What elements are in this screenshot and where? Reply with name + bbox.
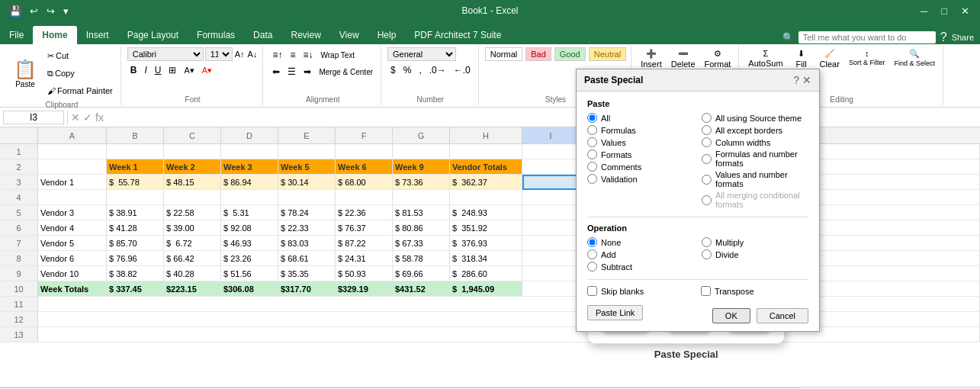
cell-e1[interactable] [278, 144, 336, 159]
cell-d8[interactable]: $ 23.26 [221, 251, 278, 266]
enter-formula-icon[interactable]: ✓ [83, 111, 92, 124]
paste-validation-radio[interactable] [587, 174, 597, 184]
tab-file[interactable]: File [0, 26, 33, 44]
currency-button[interactable]: $ [387, 63, 399, 78]
cell-a6[interactable]: Vendor 4 [38, 220, 107, 236]
cell-b4[interactable] [107, 190, 164, 205]
paste-comments-radio[interactable] [587, 162, 597, 172]
cell-g9[interactable]: $ 69.66 [393, 266, 450, 281]
ok-button[interactable]: OK [712, 308, 750, 323]
clear-button[interactable]: 🧹 Clear [817, 47, 843, 70]
row-num-5[interactable]: 5 [0, 205, 38, 220]
paste-values-number-option[interactable]: Values and number formats [702, 170, 808, 188]
tab-help[interactable]: Help [368, 26, 406, 44]
align-left-button[interactable]: ⬅ [269, 64, 283, 79]
paste-comments-option[interactable]: Comments [587, 162, 694, 172]
help-button[interactable]: ? [940, 31, 947, 44]
wrap-text-button[interactable]: Wrap Text [317, 47, 358, 63]
cell-b8[interactable]: $ 76.96 [107, 251, 164, 266]
op-multiply-option[interactable]: Multiply [702, 237, 808, 247]
row-num-9[interactable]: 9 [0, 266, 38, 281]
paste-special-dialog[interactable]: Paste Special ? ✕ Paste All Formulas [576, 69, 820, 332]
undo-button[interactable]: ↩ [27, 4, 41, 18]
col-header-c[interactable]: C [164, 127, 221, 143]
underline-button[interactable]: U [152, 63, 165, 78]
col-header-e[interactable]: E [278, 127, 336, 143]
skip-blanks-option[interactable]: Skip blanks [587, 286, 695, 296]
tab-page-layout[interactable]: Page Layout [118, 26, 188, 44]
cell-c3[interactable]: $ 48.15 [164, 175, 221, 190]
cell-e2[interactable]: Week 5 [278, 159, 336, 175]
col-header-i[interactable]: I [522, 127, 580, 143]
cell-f8[interactable]: $ 24.31 [336, 251, 393, 266]
find-select-button[interactable]: 🔍 Find & Select [891, 47, 938, 70]
cell-i3[interactable] [522, 175, 580, 190]
tab-insert[interactable]: Insert [77, 26, 118, 44]
cell-h9[interactable]: $ 286.60 [450, 266, 522, 281]
paste-col-widths-radio[interactable] [702, 137, 712, 147]
paste-button[interactable]: 📋 Paste [8, 56, 43, 92]
paste-except-borders-option[interactable]: All except borders [702, 125, 808, 135]
sort-filter-button[interactable]: ↕ Sort & Filter [846, 47, 888, 70]
cell-a10[interactable]: Week Totals [38, 281, 107, 297]
col-header-a[interactable]: A [38, 127, 107, 143]
cell-c6[interactable]: $ 39.00 [164, 220, 221, 236]
transpose-checkbox[interactable] [701, 286, 711, 296]
cell-e4[interactable] [278, 190, 336, 205]
row-num-12[interactable]: 12 [0, 312, 38, 327]
cell-g4[interactable] [393, 190, 450, 205]
paste-values-option[interactable]: Values [587, 137, 694, 147]
cell-g8[interactable]: $ 58.78 [393, 251, 450, 266]
row-num-3[interactable]: 3 [0, 175, 38, 190]
paste-all-source-radio[interactable] [702, 113, 712, 123]
cell-f10[interactable]: $329.19 [336, 281, 393, 297]
cell-a7[interactable]: Vendor 5 [38, 236, 107, 251]
cell-b3[interactable]: $ 55.78 [107, 175, 164, 190]
redo-button[interactable]: ↪ [43, 4, 58, 18]
increase-decimal-button[interactable]: .0→ [426, 63, 449, 78]
op-subtract-radio[interactable] [587, 262, 597, 272]
increase-font-button[interactable]: A↑ [234, 49, 246, 59]
col-header-f[interactable]: F [336, 127, 393, 143]
cell-i1[interactable] [522, 144, 580, 159]
op-divide-option[interactable]: Divide [702, 249, 808, 259]
row-num-1[interactable]: 1 [0, 144, 38, 159]
tab-data[interactable]: Data [244, 26, 281, 44]
cell-f7[interactable]: $ 87.22 [336, 236, 393, 251]
insert-function-icon[interactable]: fx [95, 111, 104, 124]
cell-b7[interactable]: $ 85.70 [107, 236, 164, 251]
tab-home[interactable]: Home [33, 26, 76, 44]
cell-d3[interactable]: $ 86.94 [221, 175, 278, 190]
cell-b10[interactable]: $ 337.45 [107, 281, 164, 297]
cell-i9[interactable] [522, 266, 580, 281]
cell-d6[interactable]: $ 92.08 [221, 220, 278, 236]
search-input[interactable] [798, 31, 936, 43]
cell-f9[interactable]: $ 50.93 [336, 266, 393, 281]
row-num-11[interactable]: 11 [0, 297, 38, 312]
save-button[interactable]: 💾 [6, 4, 24, 18]
cell-h5[interactable]: $ 248.93 [450, 205, 522, 220]
font-name-select[interactable]: Calibri [127, 47, 204, 61]
cell-a5[interactable]: Vendor 3 [38, 205, 107, 220]
normal-style[interactable]: Normal [485, 47, 522, 61]
cell-h1[interactable] [450, 144, 522, 159]
cell-f5[interactable]: $ 22.36 [336, 205, 393, 220]
cell-c10[interactable]: $223.15 [164, 281, 221, 297]
cell-c9[interactable]: $ 40.28 [164, 266, 221, 281]
cell-b2[interactable]: Week 1 [107, 159, 164, 175]
tab-pdf-architect[interactable]: PDF Architect 7 Suite [405, 26, 510, 44]
cell-i7[interactable] [522, 236, 580, 251]
cell-f3[interactable]: $ 68.00 [336, 175, 393, 190]
cell-f1[interactable] [336, 144, 393, 159]
cell-f6[interactable]: $ 76.37 [336, 220, 393, 236]
align-right-button[interactable]: ➡ [300, 64, 314, 79]
paste-formulas-option[interactable]: Formulas [587, 125, 694, 135]
cell-h7[interactable]: $ 376.93 [450, 236, 522, 251]
name-box[interactable]: I3 [3, 111, 64, 124]
font-color-button[interactable]: A▾ [199, 63, 215, 78]
paste-formats-option[interactable]: Formats [587, 149, 694, 159]
delete-cells-button[interactable]: ➖ Delete [668, 47, 699, 70]
format-cells-button[interactable]: ⚙ Format [702, 47, 734, 70]
cell-c2[interactable]: Week 2 [164, 159, 221, 175]
cell-a3[interactable]: Vendor 1 [38, 175, 107, 190]
